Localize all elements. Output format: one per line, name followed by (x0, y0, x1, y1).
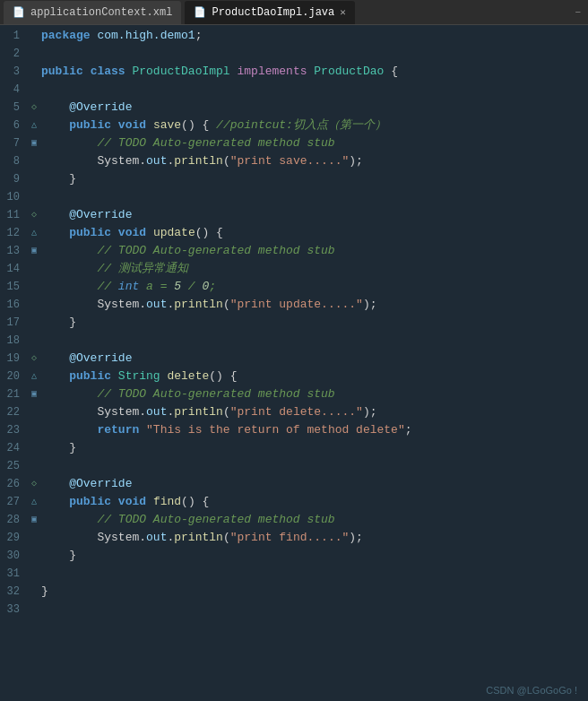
table-row: 8 System.out.println("print save....."); (0, 152, 588, 170)
table-row: 23 return "This is the return of method … (0, 421, 588, 439)
table-row: 3 public class ProductDaoImpl implements… (0, 63, 588, 81)
table-row: 31 (0, 565, 588, 583)
table-row: 18 (0, 332, 588, 350)
table-row: 4 (0, 81, 588, 99)
table-row: 22 System.out.println("print delete.....… (0, 403, 588, 421)
editor: 1 package com.high.demo1; 2 3 public cla… (0, 25, 588, 701)
table-row: 20 △ public String delete() { (0, 368, 588, 385)
table-row: 21 ▣ // TODO Auto-generated method stub (0, 385, 588, 403)
watermark: CSDN @LGoGoGo ! (486, 685, 577, 696)
table-row: 24 } (0, 439, 588, 457)
title-bar-right: − (575, 7, 584, 18)
table-row: 1 package com.high.demo1; (0, 27, 588, 45)
table-row: 33 (0, 601, 588, 619)
table-row: 19 ◇ @Override (0, 350, 588, 368)
table-row: 16 System.out.println("print update.....… (0, 296, 588, 314)
table-row: 28 ▣ // TODO Auto-generated method stub (0, 511, 588, 529)
table-row: 13 ▣ // TODO Auto-generated method stub (0, 242, 588, 260)
close-icon[interactable]: ✕ (340, 6, 346, 18)
table-row: 12 △ public void update() { (0, 224, 588, 242)
tab-java-label: ProductDaoImpl.java (212, 6, 334, 19)
table-row: 7 ▣ // TODO Auto-generated method stub (0, 134, 588, 152)
table-row: 26 ◇ @Override (0, 475, 588, 493)
table-row: 30 } (0, 547, 588, 565)
table-row: 15 // int a = 5 / 0; (0, 278, 588, 296)
table-row: 10 (0, 188, 588, 206)
editor-rows-container: 1 package com.high.demo1; 2 3 public cla… (0, 25, 588, 701)
table-row: 9 } (0, 170, 588, 188)
table-row: 29 System.out.println("print find.....")… (0, 529, 588, 547)
table-row: 17 } (0, 314, 588, 332)
xml-file-icon: 📄 (13, 6, 25, 18)
table-row: 32 } (0, 583, 588, 601)
tab-xml-label: applicationContext.xml (30, 6, 172, 19)
tab-xml[interactable]: 📄 applicationContext.xml (4, 1, 181, 24)
table-row: 27 △ public void find() { (0, 493, 588, 511)
java-file-icon: 📄 (194, 6, 206, 18)
table-row: 11 ◇ @Override (0, 206, 588, 224)
title-bar: 📄 applicationContext.xml 📄 ProductDaoImp… (0, 0, 588, 25)
table-row: 25 (0, 457, 588, 475)
table-row: 5 ◇ @Override (0, 99, 588, 117)
table-row: 14 // 测试异常通知 (0, 260, 588, 278)
table-row: 2 (0, 45, 588, 63)
table-row: 6 △ public void save() { //pointcut:切入点（… (0, 117, 588, 134)
tab-java[interactable]: 📄 ProductDaoImpl.java ✕ (185, 1, 354, 24)
